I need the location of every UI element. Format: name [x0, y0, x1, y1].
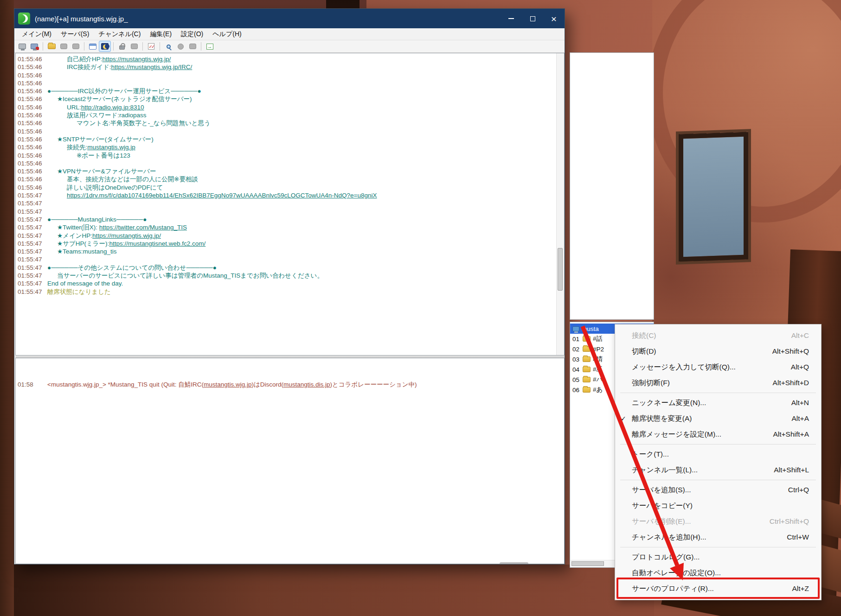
menu-item-shortcut: Alt+Shift+Q	[758, 347, 809, 356]
chat-line: 01:55:47★Twitter(旧X): https://twitter.co…	[18, 223, 555, 231]
close-button[interactable]: ×	[543, 9, 565, 28]
message-segment: URL:	[67, 104, 81, 111]
menu-item-7[interactable]: ✓離席状態を変更(A)Alt+A	[615, 411, 821, 426]
tree-scrollbar-thumb[interactable]	[571, 561, 604, 566]
menu-item-10[interactable]: トーク(T)...	[615, 446, 821, 462]
join-channel-button[interactable]	[58, 41, 70, 52]
menu-item-8[interactable]: 離席メッセージを設定(M)...Alt+Shift+A	[615, 426, 821, 442]
message-segment: ★サブHP(ミラー):	[57, 240, 109, 247]
menu-item-16[interactable]: チャンネルを追加(H)...Ctrl+W	[615, 529, 821, 545]
add-channel-button[interactable]	[45, 41, 58, 52]
window-controls: ×	[501, 9, 565, 28]
menu-separator	[620, 547, 816, 547]
server-context-menu: 接続(C)Alt+C切断(D)Alt+Shift+Qメッセージを入力して切断(Q…	[615, 324, 822, 600]
menubar-item-channel[interactable]: チャンネル(C)	[94, 29, 145, 40]
channel-list-check-button[interactable]: ✓✓	[145, 41, 157, 52]
menubar-item-edit[interactable]: 編集(E)	[145, 29, 176, 40]
menu-separator	[620, 393, 816, 393]
menu-item-label: 離席メッセージを設定(M)...	[632, 430, 721, 439]
menubar-item-server[interactable]: サーバ(S)	[56, 29, 94, 40]
timestamp: 01:55:46	[18, 79, 47, 87]
menu-item-shortcut: Ctrl+W	[773, 533, 809, 541]
maximize-icon	[530, 16, 535, 21]
maximize-button[interactable]	[522, 9, 543, 28]
minimize-button[interactable]	[501, 9, 522, 28]
message-link[interactable]: https://mustangtis.wjg.jp/IRC/	[111, 64, 192, 70]
menu-item-18[interactable]: プロトコルログ(G)...	[615, 549, 821, 565]
disconnect-button[interactable]	[28, 41, 40, 52]
message-link[interactable]: https://mustangtisnet.web.fc2.com/	[109, 240, 205, 247]
part-channel-button[interactable]	[70, 41, 82, 52]
menu-separator	[620, 480, 816, 480]
menu-item-14[interactable]: サーバをコピー(Y)	[615, 498, 821, 514]
message-segment: 当サーバーのサービスについて詳しい事は管理者のMustang_TISまでお問い合…	[57, 272, 323, 279]
console-button[interactable]	[87, 41, 99, 52]
message-link[interactable]: https://mustangtis.wjg.jp/	[92, 232, 161, 239]
menubar-item-settings[interactable]: 設定(O)	[176, 29, 208, 40]
chat-line: 01:55:47★メインHP:https://mustangtis.wjg.jp…	[18, 232, 555, 240]
title-bar: (name)[+a] mustangtis.wjg.jp_ ×	[14, 9, 565, 28]
message-segment: 基本、接続方法などは一部の人に公開※要相談	[67, 176, 198, 183]
chat-line: 01:55:46	[18, 159, 555, 167]
timestamp: 01:55:46	[18, 184, 47, 191]
menu-item-1[interactable]: 接続(C)Alt+C	[615, 328, 821, 343]
menu-item-3[interactable]: メッセージを入力して切断(Q)...Alt+Q	[615, 359, 821, 375]
irc-client-window: (name)[+a] mustangtis.wjg.jp_ × メイン(M)サー…	[14, 8, 565, 565]
exit-button[interactable]: →	[204, 41, 216, 52]
message-text: ●──────MustangLinks──────●	[47, 216, 147, 223]
tree-item-number: 02	[572, 346, 583, 353]
away-button[interactable]	[99, 41, 111, 52]
chat-line: 01:55:47	[18, 208, 555, 216]
folder-icon	[583, 346, 591, 352]
message-link[interactable]: mustangtis.dis.jp	[283, 381, 330, 388]
menu-item-15[interactable]: サーバを削除(E)...Ctrl+Shift+Q	[615, 514, 821, 529]
timestamp: 01:55:47	[18, 240, 47, 248]
menu-item-label: 離席状態を変更(A)	[632, 414, 692, 424]
menu-item-2[interactable]: 切断(D)Alt+Shift+Q	[615, 343, 821, 359]
message-text: ●──────その他システムについての問い合わせ──────●	[47, 264, 217, 272]
menubar-item-help[interactable]: ヘルプ(H)	[208, 29, 246, 40]
chat-line: 01:55:47	[18, 255, 555, 263]
message-text: ※ポート番号は123	[47, 152, 130, 159]
horizontal-scrollbar-thumb[interactable]	[500, 562, 528, 564]
timestamp: 01:55:46	[18, 103, 47, 111]
message-link[interactable]: https://twitter.com/Mustang_TIS	[99, 224, 187, 231]
menubar-item-main[interactable]: メイン(M)	[17, 29, 56, 40]
scrollbar-thumb[interactable]	[558, 248, 563, 291]
annotation-highlight-box	[616, 578, 820, 599]
chat-line: 01:55:46放送用パスワード:radiopass	[18, 111, 555, 119]
console-log: 01:58<mustangtis.wjg.jp_> *Mustang_TIS q…	[18, 381, 561, 388]
menu-item-4[interactable]: 強制切断(F)Alt+Shift+D	[615, 375, 821, 391]
menu-item-label: サーバをコピー(Y)	[632, 501, 693, 511]
message-link[interactable]: mustangtis.wjg.jp	[87, 144, 135, 151]
menu-item-6[interactable]: ニックネーム変更(N)...Alt+N	[615, 395, 821, 411]
menu-item-13[interactable]: サーバを追加(S)...Ctrl+Q	[615, 482, 821, 498]
vertical-scrollbar[interactable]	[556, 53, 564, 355]
search-button[interactable]	[162, 41, 174, 52]
toolbar-separator	[201, 42, 201, 51]
message-text: 基本、接続方法などは一部の人に公開※要相談	[47, 175, 198, 183]
timestamp: 01:55:46	[18, 167, 47, 175]
message-link[interactable]: http://radio.wjg.jp:8310	[81, 104, 144, 111]
folder-icon	[583, 336, 591, 342]
tree-item-label: #情	[593, 355, 603, 363]
message-link[interactable]: mustangtis.wjg.jp	[204, 381, 252, 388]
tree-item-label: #話	[593, 335, 603, 343]
folder-icon	[583, 356, 591, 362]
timestamp: 01:55:47	[18, 279, 47, 287]
chat-line: 01:55:46	[18, 79, 555, 87]
lock-button[interactable]	[116, 41, 128, 52]
kick-button[interactable]	[128, 41, 140, 52]
message-text: 離席状態になりました	[47, 288, 111, 296]
chat-line: 01:55:46URL:http://radio.wjg.jp:8310	[18, 103, 555, 111]
message-segment: 放送用パスワード:radiopass	[67, 112, 147, 119]
toolbar: ✓✓→	[14, 40, 565, 53]
print-button[interactable]	[186, 41, 199, 52]
message-link[interactable]: https://1drv.ms/f/c/dab1074169ebb114/EhS…	[67, 192, 377, 199]
menu-item-11[interactable]: チャンネル一覧(L)...Alt+Shift+L	[615, 462, 821, 478]
message-text: ★Teams:mustang_tis	[47, 248, 116, 255]
menu-item-label: サーバを削除(E)...	[632, 517, 691, 527]
connect-button[interactable]	[16, 41, 28, 52]
web-button[interactable]	[174, 41, 186, 52]
message-link[interactable]: https://mustangtis.wjg.jp/	[103, 56, 171, 63]
